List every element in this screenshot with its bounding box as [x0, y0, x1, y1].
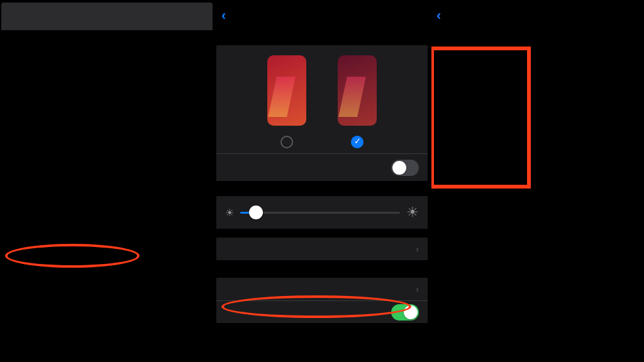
sun-small-icon: ☀︎ — [225, 207, 234, 219]
row-auto-lock[interactable]: › — [216, 278, 428, 300]
pane-auto-lock: ‹ — [431, 3, 643, 359]
raise-toggle[interactable] — [391, 304, 419, 321]
header-settings — [1, 3, 213, 30]
chevron-left-icon: ‹ — [436, 8, 441, 24]
chevron-left-icon: ‹ — [221, 8, 226, 24]
back-button[interactable]: ‹ — [436, 3, 442, 30]
dark-radio[interactable] — [351, 136, 364, 148]
brightness-slider-row: ☀︎ ☀︎ — [216, 196, 428, 229]
light-radio[interactable] — [280, 136, 293, 148]
light-thumb — [267, 55, 306, 126]
pane-display-brightness: ‹ ☀︎ ☀︎ › — [216, 3, 428, 359]
annotation-rect-options — [431, 47, 531, 189]
appearance-light[interactable] — [267, 55, 306, 148]
appearance-dark[interactable] — [338, 55, 377, 148]
dark-thumb — [338, 55, 377, 126]
sun-large-icon: ☀︎ — [406, 204, 419, 221]
appearance-picker — [216, 45, 428, 153]
header-auto-lock: ‹ — [431, 3, 643, 30]
pane-settings — [1, 3, 213, 359]
annotation-oval-display — [5, 244, 140, 268]
row-raise-to-wake[interactable] — [216, 300, 428, 323]
section-brightness — [216, 181, 428, 196]
header-display: ‹ — [216, 3, 428, 30]
row-night-shift[interactable]: › — [216, 238, 428, 260]
back-button[interactable]: ‹ — [221, 3, 227, 30]
automatic-toggle[interactable] — [391, 160, 419, 176]
chevron-right-icon: › — [416, 284, 419, 294]
chevron-right-icon: › — [416, 244, 419, 254]
row-automatic[interactable] — [216, 153, 428, 181]
section-appearance — [216, 30, 428, 45]
brightness-slider[interactable] — [240, 212, 400, 214]
